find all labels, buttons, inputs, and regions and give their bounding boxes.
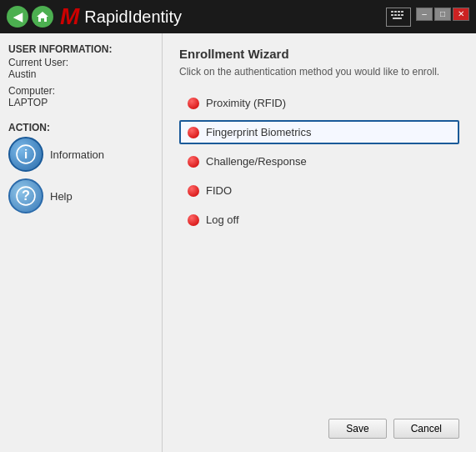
info-label: Information — [50, 148, 104, 161]
current-user-label: Current User: — [8, 57, 153, 68]
user-info-label: USER INFORMATION: — [8, 43, 153, 55]
action-items: i Information ? Help — [8, 137, 153, 213]
svg-rect-4 — [391, 14, 393, 16]
content-area: Enrollment Wizard Click on the authentic… — [163, 33, 476, 452]
auth-item-proximity[interactable]: Proximity (RFID) — [179, 91, 459, 115]
info-action[interactable]: i Information — [8, 137, 153, 172]
svg-rect-5 — [394, 14, 397, 16]
svg-rect-0 — [391, 11, 393, 13]
action-section: ACTION: i Information ? — [8, 122, 153, 213]
minimize-button[interactable]: – — [416, 8, 433, 21]
logoff-label: Log off — [206, 213, 239, 226]
svg-rect-2 — [398, 11, 400, 13]
help-icon: ? — [8, 178, 43, 213]
svg-text:i: i — [24, 147, 28, 161]
svg-text:?: ? — [22, 188, 30, 203]
info-icon: i — [8, 137, 43, 172]
wizard-title: Enrollment Wizard — [179, 47, 459, 61]
fingerprint-dot — [188, 127, 199, 138]
svg-rect-1 — [394, 11, 397, 13]
svg-rect-7 — [401, 14, 403, 16]
user-info-section: USER INFORMATION: Current User: Austin C… — [8, 43, 153, 113]
auth-item-challenge[interactable]: Challenge/Response — [179, 149, 459, 173]
challenge-dot — [188, 156, 199, 168]
help-action[interactable]: ? Help — [8, 178, 153, 213]
fido-dot — [188, 185, 199, 197]
proximity-dot — [188, 98, 199, 109]
action-label: ACTION: — [8, 122, 153, 133]
svg-rect-8 — [393, 18, 402, 19]
wizard-subtitle: Click on the authentication method you w… — [179, 66, 459, 78]
app-title: RapidIdentity — [84, 8, 182, 27]
computer-value: LAPTOP — [8, 97, 153, 108]
save-button[interactable]: Save — [328, 419, 386, 439]
cancel-button[interactable]: Cancel — [393, 419, 459, 439]
back-button[interactable]: ◀ — [7, 6, 28, 28]
sidebar: USER INFORMATION: Current User: Austin C… — [0, 33, 163, 452]
help-label: Help — [50, 190, 73, 203]
fido-label: FIDO — [206, 184, 232, 197]
auth-method-list: Proximity (RFID) Fingerprint Biometrics … — [179, 91, 459, 232]
window-controls: – □ ✕ — [386, 8, 469, 27]
current-user-value: Austin — [8, 68, 153, 80]
fingerprint-label: Fingerprint Biometrics — [206, 126, 311, 138]
home-button[interactable] — [32, 6, 53, 28]
close-button[interactable]: ✕ — [453, 8, 469, 21]
logo-icon: M — [60, 5, 79, 28]
auth-item-logoff[interactable]: Log off — [179, 208, 459, 232]
proximity-label: Proximity (RFID) — [206, 97, 286, 109]
main-container: USER INFORMATION: Current User: Austin C… — [0, 33, 476, 452]
computer-label: Computer: — [8, 85, 153, 97]
app-logo: M RapidIdentity — [60, 5, 379, 28]
challenge-label: Challenge/Response — [206, 155, 307, 168]
keyboard-icon[interactable] — [386, 8, 411, 27]
title-bar: ◀ M RapidIdentity – □ ✕ — [0, 0, 476, 33]
svg-rect-3 — [401, 11, 403, 13]
maximize-button[interactable]: □ — [434, 8, 451, 21]
bottom-bar: Save Cancel — [179, 410, 459, 439]
auth-item-fido[interactable]: FIDO — [179, 178, 459, 203]
auth-item-fingerprint[interactable]: Fingerprint Biometrics — [179, 120, 459, 144]
svg-rect-6 — [398, 14, 400, 16]
nav-buttons: ◀ — [7, 6, 53, 28]
logoff-dot — [188, 214, 199, 226]
